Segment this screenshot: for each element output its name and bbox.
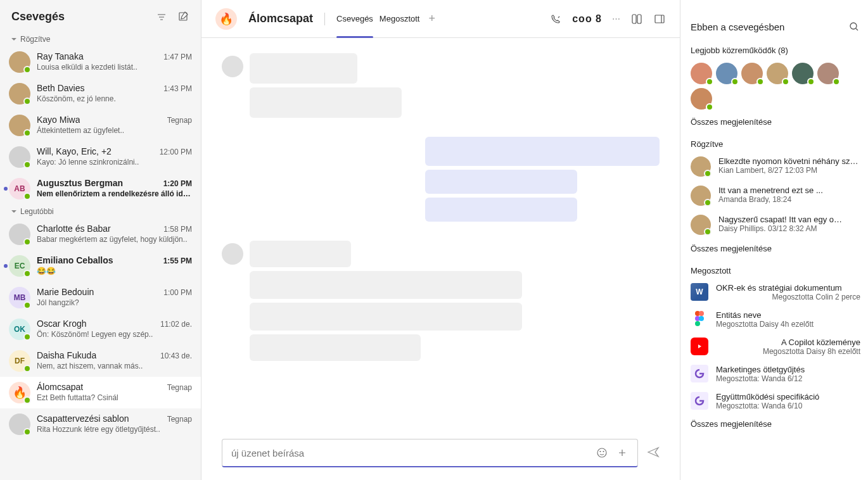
pinned-label: Rögzítve [691, 139, 860, 149]
pinned-message[interactable]: Itt van a menetrend ezt se ...Amanda Bra… [691, 186, 860, 206]
avatar: 🔥 [9, 382, 30, 403]
unread-indicator [4, 264, 8, 268]
chat-time: Tegnap [167, 116, 192, 125]
shared-file[interactable]: WOKR-ek és stratégiai dokumentumMegoszto… [691, 283, 860, 301]
chat-list-item[interactable]: Ray Tanaka1:47 PMLouisa elküldi a kezdet… [0, 46, 201, 78]
shared-file[interactable]: Marketinges ötletgyűjtésMegosztotta: Wan… [691, 365, 860, 383]
chat-preview: Nem ellenőriztem a rendelkezésre álló id… [37, 189, 192, 198]
search-icon[interactable] [848, 20, 860, 33]
contributor-avatar[interactable] [741, 63, 763, 84]
chat-list-item[interactable]: Kayo MiwaTegnapÁttekintettem az ügyfelet… [0, 110, 201, 141]
avatar [9, 414, 30, 435]
contributor-avatar[interactable] [716, 63, 737, 84]
pinned-message[interactable]: Elkezdte nyomon követni néhány számot ..… [691, 156, 860, 177]
compose-area [222, 439, 660, 467]
chat-name: Kayo Miwa [37, 115, 80, 125]
avatar [9, 115, 30, 136]
pinned-subtitle: Amanda Brady, 18:24 [718, 195, 860, 204]
avatar [9, 51, 30, 73]
message-bubble[interactable] [250, 334, 421, 361]
chat-list-item[interactable]: OKOscar Krogh11:02 de.Ön: Köszönöm! Legy… [0, 313, 201, 345]
avatar: OK [9, 319, 30, 340]
show-all-pinned[interactable]: Összes megjelenítése [691, 244, 860, 253]
file-subtitle: Megosztotta Daisy 8h ezelőtt [716, 347, 860, 356]
show-all-shared[interactable]: Összes megjelenítése [691, 419, 860, 429]
message-bubble[interactable] [250, 303, 522, 331]
add-tab-icon[interactable]: + [428, 12, 435, 25]
chat-header: 🔥 Álomcsapat Csevegés Megosztott + coo 8… [201, 0, 680, 38]
copilot-icon[interactable] [630, 13, 643, 25]
message-bubble[interactable] [250, 87, 402, 118]
filter-icon[interactable] [155, 11, 168, 23]
avatar: EC [9, 255, 30, 277]
youtube-icon [691, 338, 708, 355]
tab-chat[interactable]: Csevegés [336, 11, 373, 26]
chat-list-item[interactable]: MBMarie Bedouin1:00 PMJól hangzik? [0, 282, 201, 313]
pinned-message[interactable]: Nagyszerű csapat! Itt van egy o…Daisy Ph… [691, 215, 860, 235]
chat-time: 1:47 PM [163, 53, 192, 61]
message-bubble[interactable] [425, 170, 577, 194]
chat-name: Will, Kayo, Eric, +2 [37, 146, 112, 156]
message-bubble[interactable] [250, 53, 357, 84]
message-bubble[interactable] [250, 241, 351, 267]
compose-box[interactable] [222, 439, 638, 467]
chat-title: Álomcsapat [248, 12, 313, 25]
chat-name: Csapattervezési sablon [37, 414, 129, 424]
chat-preview: 😂😂 [37, 267, 192, 275]
message-bubble[interactable] [425, 137, 660, 166]
emoji-icon[interactable] [596, 446, 608, 459]
figma-icon [691, 310, 708, 328]
file-subtitle: Megosztotta: Wanda 6/12 [716, 374, 860, 383]
message-bubble[interactable] [250, 271, 522, 299]
send-icon[interactable] [647, 446, 660, 460]
conversation-area[interactable] [201, 38, 680, 439]
message-avatar [222, 243, 243, 265]
contributor-avatar[interactable] [691, 88, 712, 110]
section-pinned[interactable]: Rögzítve [0, 32, 201, 46]
svg-point-5 [597, 448, 606, 457]
message-avatar [222, 56, 243, 77]
chat-preview: Ezt Beth futtatta? Csinál [37, 393, 192, 402]
message-bubble[interactable] [425, 198, 577, 222]
compose-icon[interactable] [177, 11, 189, 23]
chat-list-item[interactable]: Beth Davies1:43 PMKöszönöm, ez jó lenne. [0, 78, 201, 110]
svg-point-13 [695, 321, 700, 326]
chat-preview: Köszönöm, ez jó lenne. [37, 94, 192, 103]
chat-time: 1:55 PM [163, 256, 192, 265]
file-subtitle: Megosztotta Daisy 4h ezelőtt [716, 320, 860, 329]
loop-icon [691, 365, 708, 382]
svg-point-12 [699, 316, 704, 321]
chat-list-item[interactable]: Will, Kayo, Eric, +212:00 PMKayo: Jó len… [0, 141, 201, 173]
participant-count[interactable]: coo 8 [572, 13, 602, 25]
contributor-avatar[interactable] [691, 63, 712, 84]
shared-file[interactable]: A Copilot közleményeMegosztotta Daisy 8h… [691, 338, 860, 356]
chat-name: Ray Tanaka [37, 51, 84, 61]
file-title: Együttműködési specifikáció [716, 392, 860, 401]
avatar [9, 83, 30, 104]
chat-list-item[interactable]: ABAugusztus Bergman1:20 PMNem ellenőrizt… [0, 173, 201, 205]
shared-file[interactable]: Entitás neveMegosztotta Daisy 4h ezelőtt [691, 310, 860, 329]
chat-list-item[interactable]: Csapattervezési sablonTegnapRita Hozzunk… [0, 408, 201, 440]
shared-label: Megosztott [691, 266, 860, 275]
chat-time: 1:43 PM [163, 84, 192, 93]
contributor-avatar[interactable] [792, 63, 814, 84]
chat-list-item[interactable]: DFDaisha Fukuda10:43 de.Nem, azt hiszem,… [0, 345, 201, 377]
contributor-avatar[interactable] [817, 63, 839, 84]
chat-name: Oscar Krogh [37, 319, 87, 329]
chat-list-item[interactable]: 🔥ÁlomcsapatTegnapEzt Beth futtatta? Csin… [0, 377, 201, 408]
file-title: A Copilot közleménye [716, 338, 860, 347]
panel-toggle-icon[interactable] [653, 13, 666, 25]
contributor-avatar[interactable] [767, 63, 788, 84]
message-input[interactable] [231, 448, 590, 458]
tab-shared[interactable]: Megosztott [380, 11, 420, 26]
chat-preview: Ön: Köszönöm! Legyen egy szép.. [37, 330, 192, 339]
call-icon[interactable] [549, 13, 562, 25]
add-attachment-icon[interactable] [616, 446, 629, 459]
section-recent[interactable]: Legutóbbi [0, 205, 201, 218]
chat-list-item[interactable]: Charlotte és Babar1:58 PMBabar megkértem… [0, 218, 201, 250]
svg-point-6 [600, 452, 601, 452]
chat-list-item[interactable]: ECEmiliano Ceballos1:55 PM😂😂 [0, 250, 201, 282]
avatar: DF [9, 350, 30, 372]
show-all-contributors[interactable]: Összes megjelenítése [691, 117, 860, 127]
shared-file[interactable]: Együttműködési specifikációMegosztotta: … [691, 392, 860, 410]
